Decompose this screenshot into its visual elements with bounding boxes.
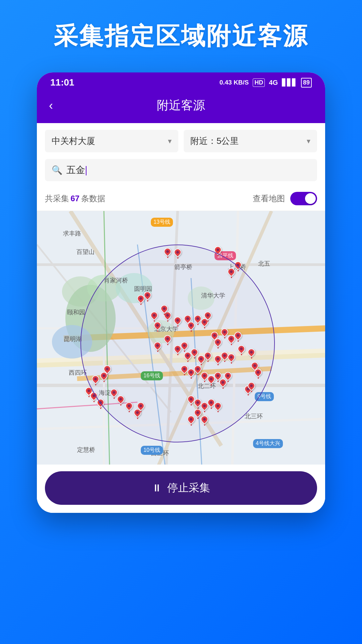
location-filter-text: 中关村大厦 bbox=[52, 135, 95, 147]
search-box[interactable]: 🔍 五金 bbox=[45, 159, 317, 181]
status-time: 11:01 bbox=[50, 77, 74, 88]
metro-badge: 10号线 bbox=[141, 446, 163, 455]
back-button[interactable]: ‹ bbox=[49, 99, 53, 113]
nearby-filter-text: 附近：5公里 bbox=[190, 135, 239, 147]
filter-row: 中关村大厦 ▾ 附近：5公里 ▾ bbox=[37, 123, 325, 159]
text-cursor bbox=[86, 166, 86, 175]
stats-count: 67 bbox=[70, 194, 79, 203]
location-chevron-icon: ▾ bbox=[168, 137, 172, 146]
map-toggle-label: 查看地图 bbox=[253, 193, 285, 204]
hero-title: 采集指定区域附近客源 bbox=[54, 20, 308, 52]
stop-collect-button[interactable]: ⏸ 停止采集 bbox=[45, 471, 317, 505]
stop-btn-label: 停止采集 bbox=[167, 481, 210, 495]
search-icon: 🔍 bbox=[52, 165, 62, 175]
toggle-knob bbox=[305, 193, 316, 204]
stats-row: 共采集 67 条数据 查看地图 bbox=[37, 188, 325, 211]
location-filter[interactable]: 中关村大厦 ▾ bbox=[45, 130, 178, 152]
app-header: ‹ 附近客源 bbox=[37, 91, 325, 123]
battery-icon: 89 bbox=[301, 78, 312, 88]
nearby-chevron-icon: ▾ bbox=[307, 137, 310, 146]
status-bar: 11:01 0.43 KB/S HD 4G ▋▋▋ 89 bbox=[37, 72, 325, 91]
search-input[interactable]: 五金 bbox=[66, 164, 310, 176]
network-type: 4G bbox=[269, 79, 278, 87]
metro-badge: 4号线大兴 bbox=[253, 439, 283, 448]
content-area: 中关村大厦 ▾ 附近：5公里 ▾ 🔍 五金 共采集 67 条数据 bbox=[37, 123, 325, 513]
map-view-toggle[interactable] bbox=[290, 192, 317, 205]
metro-badge: 13号线 bbox=[151, 218, 173, 227]
phone-frame: 11:01 0.43 KB/S HD 4G ▋▋▋ 89 ‹ 附近客源 中关村大… bbox=[37, 72, 325, 513]
signal-bars: ▋▋▋ bbox=[282, 78, 297, 87]
network-speed: 0.43 KB/S bbox=[220, 79, 249, 86]
map-radius-circle bbox=[80, 245, 275, 442]
map-toggle-area: 查看地图 bbox=[253, 192, 317, 205]
status-right: 0.43 KB/S HD 4G ▋▋▋ 89 bbox=[220, 78, 312, 88]
bottom-bar: ⏸ 停止采集 bbox=[37, 465, 325, 513]
hd-badge: HD bbox=[253, 78, 265, 87]
nearby-filter[interactable]: 附近：5公里 ▾ bbox=[184, 130, 317, 152]
pause-icon: ⏸ bbox=[152, 482, 162, 494]
stats-text: 共采集 67 条数据 bbox=[45, 193, 105, 204]
app-header-title: 附近客源 bbox=[157, 97, 205, 114]
search-row: 🔍 五金 bbox=[37, 159, 325, 188]
map-area: 百望山颐和园昆明湖圆明园海淀区北京大学清华大学肖家河桥箭亭桥上清桥北五北二环北三… bbox=[37, 211, 325, 513]
